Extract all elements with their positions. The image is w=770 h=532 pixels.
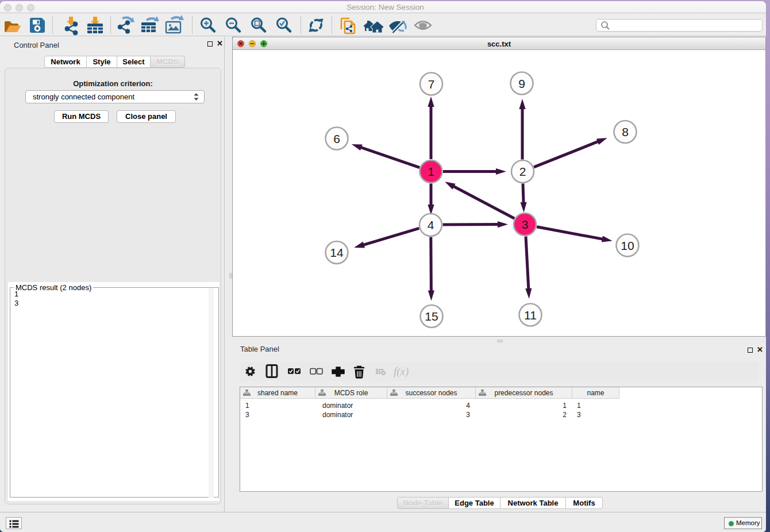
svg-text:7: 7 [428, 78, 435, 91]
svg-text:6: 6 [333, 132, 340, 145]
svg-text:1: 1 [428, 165, 434, 178]
svg-text:3: 3 [522, 218, 529, 231]
svg-text:15: 15 [425, 310, 438, 323]
svg-text:14: 14 [330, 246, 344, 259]
svg-text:9: 9 [518, 77, 525, 90]
svg-text:8: 8 [622, 125, 629, 138]
svg-text:2: 2 [519, 165, 526, 178]
svg-text:4: 4 [428, 218, 434, 232]
svg-text:f(x): f(x) [394, 365, 409, 378]
svg-text:10: 10 [621, 239, 634, 252]
svg-text:11: 11 [524, 309, 537, 322]
